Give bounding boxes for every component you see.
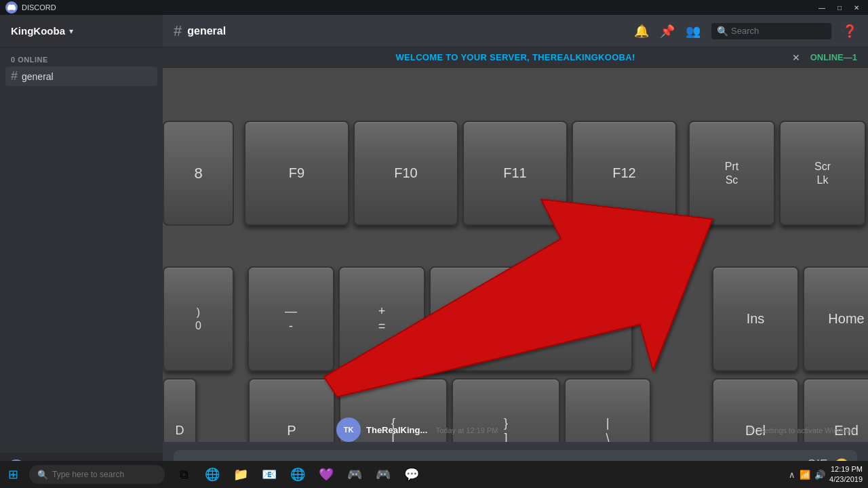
taskbar-app-explorer[interactable]: 📁 — [227, 461, 254, 488]
key-ins[interactable]: Ins — [712, 266, 799, 371]
header-actions: 🔔 📌 👥 🔍 ❓ — [634, 23, 857, 39]
sidebar: KingKooba ▾ 0 ONLINE # general TK TheRea… — [0, 15, 163, 488]
discord-taskbar-icon: 💬 — [404, 467, 419, 482]
user-msg-preview: TK TheRealKing... Today at 12:19 PM — [336, 418, 498, 442]
main-chat: # general 🔔 📌 👥 🔍 ❓ WELCOME TO YOUR SERV… — [163, 15, 868, 488]
search-input[interactable] — [731, 26, 826, 36]
bell-icon[interactable]: 🔔 — [634, 24, 649, 39]
taskbar-search-input[interactable] — [52, 470, 154, 479]
pin-icon[interactable]: 📌 — [660, 24, 675, 39]
taskbar: ⊞ 🔍 ⧉ 🌐 📁 📧 🌐 💜 🎮 🎮 💬 — [0, 461, 868, 488]
taskbar-app-chrome[interactable]: 🌐 — [284, 461, 311, 488]
taskbar-app-task-view[interactable]: ⧉ — [170, 461, 197, 488]
app-title: DISCORD — [22, 3, 56, 12]
taskbar-right: ∧ 📶 🔊 12:19 PM 4/23/2019 — [783, 464, 868, 485]
key-f12[interactable]: F12 — [572, 121, 677, 226]
volume-icon[interactable]: 🔊 — [814, 470, 825, 480]
discord-logo — [5, 1, 18, 14]
key-prtsc[interactable]: PrtSc — [688, 121, 775, 226]
channels-area: 0 ONLINE # general — [0, 47, 163, 92]
chrome-icon: 🌐 — [290, 467, 305, 482]
key-minus[interactable]: —- — [248, 266, 334, 371]
members-icon[interactable]: 👥 — [686, 24, 701, 39]
server-header[interactable]: KingKooba ▾ — [0, 15, 163, 47]
gap-fkey — [668, 121, 684, 226]
online-label: 0 ONLINE — [0, 53, 163, 66]
channel-name: general — [22, 71, 54, 82]
channel-title: # general — [174, 22, 226, 40]
key-home[interactable]: Home — [803, 266, 868, 371]
minimize-button[interactable]: — — [815, 3, 829, 13]
messages-area[interactable]: 8 F9 F10 F11 F12 PrtSc ScrLk Pause )0 — [163, 68, 868, 442]
taskbar-apps: ⧉ 🌐 📁 📧 🌐 💜 🎮 🎮 💬 — [170, 461, 425, 488]
channel-header-name: general — [187, 25, 226, 37]
twitch-icon: 💜 — [319, 467, 334, 482]
fkey-row: F9 F10 F11 F12 — [244, 121, 677, 226]
sys-tray: ∧ 📶 🔊 — [789, 470, 825, 480]
key-scrlk[interactable]: ScrLk — [779, 121, 866, 226]
windows-logo-icon: ⊞ — [8, 467, 18, 482]
online-count: ONLINE—1 — [810, 52, 857, 62]
msg-avatar: TK — [336, 418, 361, 442]
key-backslash[interactable]: |\ — [564, 378, 651, 442]
explorer-icon: 📁 — [233, 467, 248, 482]
title-bar: DISCORD — □ ✕ — [0, 0, 868, 15]
taskbar-app-game1[interactable]: 🎮 — [341, 461, 368, 488]
search-icon: 🔍 — [717, 26, 728, 37]
key-f10[interactable]: F10 — [353, 121, 458, 226]
key-space-partial[interactable]: pace — [429, 266, 633, 371]
title-left: DISCORD — [5, 1, 56, 14]
steam-icon: 🎮 — [376, 467, 391, 482]
nav-top-row: Ins Home PageUp — [712, 266, 868, 371]
key-f9[interactable]: F9 — [244, 121, 349, 226]
key-0-partial[interactable]: )0 — [163, 266, 234, 371]
key-p[interactable]: P — [248, 378, 335, 442]
welcome-close-button[interactable]: ✕ — [792, 52, 800, 63]
key-plus[interactable]: += — [338, 266, 425, 371]
welcome-banner: WELCOME TO YOUR SERVER, THEREALKINGKOOBA… — [163, 47, 868, 68]
search-box[interactable]: 🔍 — [711, 23, 831, 39]
key-f11[interactable]: F11 — [462, 121, 568, 226]
edge-icon: 🌐 — [205, 467, 220, 482]
network-icon[interactable]: 📶 — [800, 470, 810, 480]
close-button[interactable]: ✕ — [850, 3, 863, 13]
key-d-partial[interactable]: D — [163, 378, 197, 442]
main-row: )0 —- += pace — [163, 266, 633, 371]
key-f8-partial: 8 — [163, 121, 234, 226]
system-clock[interactable]: 12:19 PM 4/23/2019 — [829, 464, 863, 485]
game1-icon: 🎮 — [347, 467, 362, 482]
activate-windows-text: Settings to activate Windows. — [760, 426, 857, 434]
activate-windows-banner: ⚙ Settings to activate Windows. — [747, 426, 857, 435]
taskbar-app-edge[interactable]: 🌐 — [199, 461, 226, 488]
msg-user-label: TheRealKing... — [366, 425, 427, 435]
keyboard-background: 8 F9 F10 F11 F12 PrtSc ScrLk Pause )0 — [163, 68, 868, 442]
task-view-icon: ⧉ — [180, 468, 189, 482]
welcome-text: WELCOME TO YOUR SERVER, THEREALKINGKOOBA… — [395, 52, 635, 62]
taskbar-app-discord[interactable]: 💬 — [398, 461, 425, 488]
tray-expand-icon[interactable]: ∧ — [789, 470, 795, 480]
question-icon[interactable]: ❓ — [842, 24, 857, 39]
taskbar-app-steam[interactable]: 🎮 — [370, 461, 397, 488]
msg-timestamp: Today at 12:19 PM — [436, 426, 498, 434]
taskbar-app-mail[interactable]: 📧 — [256, 461, 283, 488]
start-button[interactable]: ⊞ — [0, 461, 26, 488]
mail-icon: 📧 — [262, 467, 277, 482]
taskbar-app-twitch[interactable]: 💜 — [313, 461, 340, 488]
taskbar-search-area[interactable]: 🔍 — [29, 465, 165, 484]
chat-header: # general 🔔 📌 👥 🔍 ❓ — [163, 15, 868, 47]
channel-general[interactable]: # general — [5, 66, 157, 86]
server-name: KingKooba — [11, 25, 65, 37]
msg-username-preview: TheRealKing... Today at 12:19 PM — [366, 424, 498, 436]
special-keys-row: PrtSc ScrLk Pause — [688, 121, 868, 226]
maximize-button[interactable]: □ — [834, 3, 845, 13]
window-controls: — □ ✕ — [815, 3, 863, 13]
taskbar-search-icon: 🔍 — [37, 470, 48, 480]
activate-windows-icon: ⚙ — [747, 426, 754, 435]
channel-hash-icon: # — [174, 22, 182, 40]
hash-icon: # — [11, 69, 18, 83]
server-dropdown-icon: ▾ — [69, 26, 73, 36]
